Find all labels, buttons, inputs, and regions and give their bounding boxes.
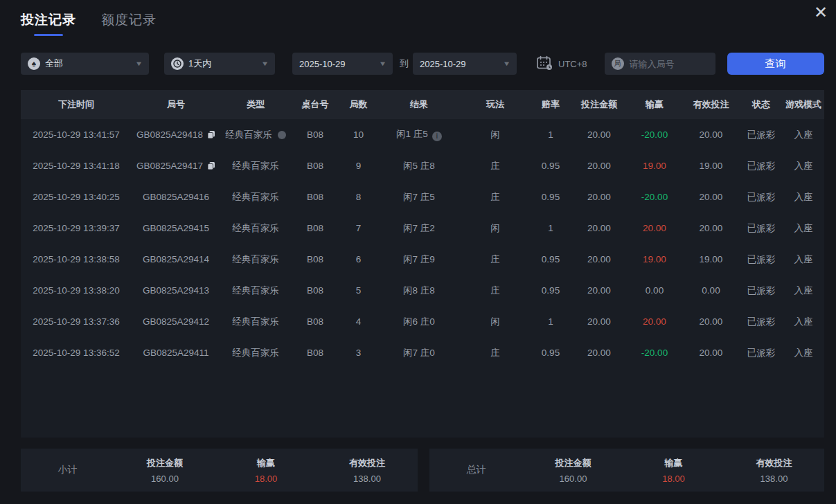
clock-icon <box>171 57 184 70</box>
timezone-group: UTC+8 <box>536 55 587 73</box>
chevron-down-icon: ▼ <box>261 60 269 67</box>
cell-play-type: 庄 <box>461 337 530 368</box>
cell-bet-amount: 20.00 <box>571 119 627 150</box>
cell-game-type: 经典百家乐 <box>220 306 291 337</box>
game-type-select[interactable]: ♠ 全部 ▼ <box>21 53 149 75</box>
cell-table-number: B08 <box>291 244 339 275</box>
round-number-input[interactable] <box>630 59 706 69</box>
cell-win-loss: 20.00 <box>627 213 682 244</box>
cell-valid-bet: 0.00 <box>682 275 740 306</box>
cell-game-mode: 入座 <box>783 306 824 337</box>
cell-bet-time: 2025-10-29 13:41:18 <box>21 150 132 181</box>
records-table: 下注时间局号类型桌台号局数结果玩法赔率投注金额输赢有效投注状态游戏模式 2025… <box>21 90 824 368</box>
time-range-select[interactable]: 1天内 ▼ <box>164 53 275 75</box>
cell-result: 闲7 庄0i <box>377 337 461 368</box>
cell-play-type: 庄 <box>461 244 530 275</box>
cell-bet-amount: 20.00 <box>571 244 627 275</box>
column-header: 状态 <box>740 90 783 119</box>
copy-icon[interactable] <box>207 130 215 139</box>
query-button[interactable]: 查询 <box>727 53 824 75</box>
cell-odds: 1 <box>530 213 571 244</box>
column-header: 下注时间 <box>21 90 132 119</box>
cell-play-type: 闲 <box>461 306 530 337</box>
column-header: 局数 <box>339 90 377 119</box>
cell-play-type: 闲 <box>461 119 530 150</box>
cell-status: 已派彩 <box>740 150 783 181</box>
cell-game-mode: 入座 <box>783 213 824 244</box>
date-to-value: 2025-10-29 <box>420 59 466 69</box>
table-row: 2025-10-29 13:39:37 GB0825A29415 经典百家乐 B… <box>21 213 824 244</box>
tab-quota-records-label: 额度记录 <box>101 11 157 29</box>
cell-bet-time: 2025-10-29 13:40:25 <box>21 181 132 213</box>
cell-valid-bet: 20.00 <box>682 181 740 213</box>
table-row: 2025-10-29 13:38:58 GB0825A29414 经典百家乐 B… <box>21 244 824 275</box>
cell-game-mode: 入座 <box>783 337 824 368</box>
total-win-loss: 输赢 18.00 <box>623 457 724 484</box>
cell-odds: 0.95 <box>530 244 571 275</box>
subtotal-panel: 小计 投注金额 160.00 输赢 18.00 有效投注 138.00 <box>21 449 418 492</box>
cell-win-loss: -20.00 <box>627 337 682 368</box>
cell-status: 已派彩 <box>740 119 783 150</box>
video-dot-icon <box>278 131 286 139</box>
cell-game-mode: 入座 <box>783 275 824 306</box>
cell-round-id: GB0825A29412 <box>132 306 220 337</box>
cell-table-number: B08 <box>291 275 339 306</box>
cell-status: 已派彩 <box>740 306 783 337</box>
table-row: 2025-10-29 13:41:18 GB0825A29417 经典百家乐 B… <box>21 150 824 181</box>
table-row: 2025-10-29 13:36:52 GB0825A29411 经典百家乐 B… <box>21 337 824 368</box>
cell-result: 闲7 庄2i <box>377 213 461 244</box>
cell-round-count: 8 <box>339 181 377 213</box>
cell-game-type: 经典百家乐 <box>220 150 291 181</box>
cell-bet-amount: 20.00 <box>571 275 627 306</box>
cell-bet-amount: 20.00 <box>571 150 627 181</box>
cell-table-number: B08 <box>291 337 339 368</box>
copy-icon[interactable] <box>207 161 215 170</box>
column-header: 局号 <box>132 90 220 119</box>
column-header: 输赢 <box>627 90 682 119</box>
cell-status: 已派彩 <box>740 181 783 213</box>
cell-win-loss: 19.00 <box>627 150 682 181</box>
cell-bet-amount: 20.00 <box>571 306 627 337</box>
cell-bet-amount: 20.00 <box>571 181 627 213</box>
round-badge-icon: 局 <box>612 57 624 70</box>
cell-game-type: 经典百家乐 <box>220 337 291 368</box>
cell-game-type: 经典百家乐 <box>220 244 291 275</box>
chevron-down-icon: ▼ <box>503 60 511 67</box>
filter-bar: ♠ 全部 ▼ 1天内 ▼ 2025-10-29 ▼ 到 2025-10-29 ▼… <box>21 53 824 75</box>
cell-bet-time: 2025-10-29 13:38:58 <box>21 244 132 275</box>
cell-bet-time: 2025-10-29 13:39:37 <box>21 213 132 244</box>
cell-round-count: 4 <box>339 306 377 337</box>
info-icon[interactable]: i <box>432 132 442 141</box>
cell-round-id: GB0825A29414 <box>132 244 220 275</box>
column-header: 游戏模式 <box>783 90 824 119</box>
close-icon[interactable]: ✕ <box>810 1 832 24</box>
subtotal-win-loss: 输赢 18.00 <box>215 457 317 484</box>
column-header: 赔率 <box>530 90 571 119</box>
cell-play-type: 庄 <box>461 275 530 306</box>
cell-odds: 0.95 <box>530 181 571 213</box>
cell-game-mode: 入座 <box>783 119 824 150</box>
tab-bet-records[interactable]: 投注记录 <box>21 11 76 36</box>
cell-win-loss: 0.00 <box>627 275 682 306</box>
cell-round-count: 5 <box>339 275 377 306</box>
cell-table-number: B08 <box>291 119 339 150</box>
round-search-box: 局 <box>605 53 715 75</box>
cell-odds: 1 <box>530 306 571 337</box>
cell-round-count: 6 <box>339 244 377 275</box>
cell-result: 闲7 庄9i <box>377 244 461 275</box>
date-connector-label: 到 <box>400 57 409 70</box>
cell-status: 已派彩 <box>740 275 783 306</box>
cell-round-id: GB0825A29415 <box>132 213 220 244</box>
cell-status: 已派彩 <box>740 337 783 368</box>
tab-quota-records[interactable]: 额度记录 <box>101 11 157 29</box>
date-from-value: 2025-10-29 <box>299 59 346 69</box>
subtotal-label: 小计 <box>21 464 114 476</box>
column-header: 玩法 <box>461 90 530 119</box>
date-to-picker[interactable]: 2025-10-29 ▼ <box>413 53 517 75</box>
cell-bet-time: 2025-10-29 13:37:36 <box>21 306 132 337</box>
cell-bet-time: 2025-10-29 13:36:52 <box>21 337 132 368</box>
table-row: 2025-10-29 13:40:25 GB0825A29416 经典百家乐 B… <box>21 181 824 213</box>
summary-row: 小计 投注金额 160.00 输赢 18.00 有效投注 138.00 总计 投… <box>21 449 824 492</box>
table-row: 2025-10-29 13:41:57 GB0825A29418 经典百家乐 B… <box>21 119 824 150</box>
date-from-picker[interactable]: 2025-10-29 ▼ <box>292 53 393 75</box>
